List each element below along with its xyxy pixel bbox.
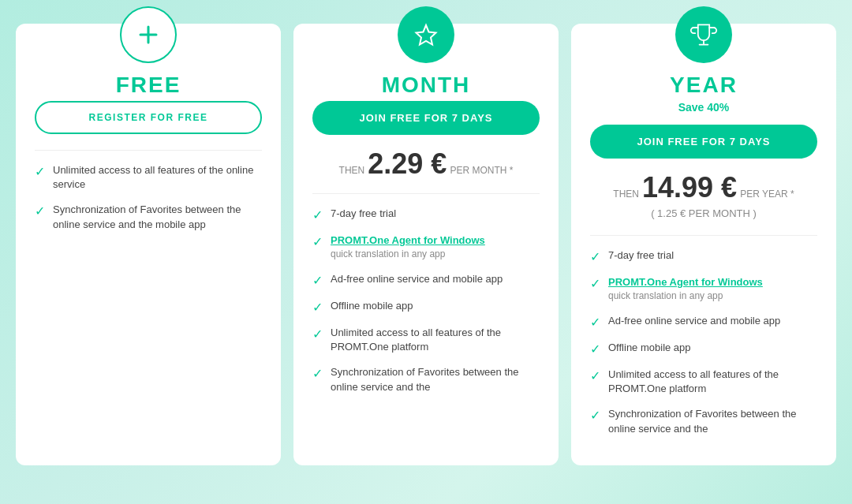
list-item: ✓Synchronization of Favorites between th… [312, 365, 540, 394]
plan-card-year: YEARSave 40%JOIN FREE FOR 7 DAYSTHEN14.9… [571, 24, 836, 465]
year-icon-wrapper [590, 6, 817, 63]
year-price-amount: 14.99 € [642, 171, 737, 204]
checkmark-icon: ✓ [590, 368, 600, 383]
checkmark-icon: ✓ [312, 327, 323, 342]
list-item: ✓Synchronization of Favorites between th… [35, 203, 262, 231]
checkmark-icon: ✓ [312, 207, 323, 222]
feature-text: Synchronization of Favorites between the… [331, 365, 540, 394]
star-icon [398, 6, 454, 63]
list-item: ✓Unlimited access to all features of the… [312, 326, 540, 354]
feature-text: Synchronization of Favorites between the… [53, 203, 262, 231]
list-item: ✓7-day free trial [312, 207, 540, 222]
month-features-list: ✓7-day free trial✓PROMT.One Agent for Wi… [312, 207, 540, 394]
year-price-then: THEN [613, 189, 639, 200]
month-price-row: THEN2.29 €PER MONTH * [312, 147, 540, 181]
feature-sub-text: quick translation in any app [331, 248, 485, 261]
checkmark-icon: ✓ [312, 273, 323, 288]
list-item: ✓PROMT.One Agent for Windowsquick transl… [590, 275, 817, 303]
list-item: ✓Unlimited access to all features of the… [35, 163, 262, 192]
year-save-label: Save 40% [590, 101, 817, 114]
checkmark-icon: ✓ [590, 276, 600, 291]
feature-text: Ad-free online service and mobile app [608, 314, 780, 328]
feature-text: 7-day free trial [608, 248, 674, 263]
plus-icon [120, 6, 177, 63]
checkmark-icon: ✓ [312, 300, 323, 315]
trophy-icon [675, 6, 732, 63]
feature-text: Offline mobile app [331, 299, 413, 313]
checkmark-icon: ✓ [590, 408, 600, 423]
feature-text: PROMT.One Agent for Windowsquick transla… [608, 275, 763, 303]
feature-text: Unlimited access to all features of the … [331, 326, 540, 354]
month-price-amount: 2.29 € [368, 147, 447, 181]
feature-text: Unlimited access to all features of the … [53, 163, 262, 192]
year-price-row: THEN14.99 €PER YEAR * [590, 171, 817, 204]
feature-sub-text: quick translation in any app [608, 289, 763, 303]
svg-marker-2 [417, 25, 436, 45]
checkmark-icon: ✓ [312, 366, 323, 381]
checkmark-icon: ✓ [590, 249, 600, 264]
month-title: MONTH [312, 73, 540, 98]
feature-text: 7-day free trial [331, 207, 396, 221]
checkmark-icon: ✓ [590, 315, 600, 330]
free-icon-wrapper [35, 6, 262, 63]
list-item: ✓PROMT.One Agent for Windowsquick transl… [312, 233, 540, 261]
month-icon-wrapper [312, 6, 540, 63]
month-cta-button[interactable]: JOIN FREE FOR 7 DAYS [312, 101, 540, 135]
year-title: YEAR [590, 73, 817, 98]
feature-text: Ad-free online service and mobile app [331, 272, 503, 286]
checkmark-icon: ✓ [590, 342, 600, 357]
list-item: ✓Ad-free online service and mobile app [590, 314, 817, 330]
plan-card-month: MONTHJOIN FREE FOR 7 DAYSTHEN2.29 €PER M… [293, 24, 559, 465]
year-features-list: ✓7-day free trial✓PROMT.One Agent for Wi… [590, 248, 817, 436]
checkmark-icon: ✓ [312, 234, 323, 249]
list-item: ✓Synchronization of Favorites between th… [590, 407, 817, 435]
plan-card-free: FREEREGISTER FOR FREE✓Unlimited access t… [16, 24, 281, 465]
feature-link[interactable]: PROMT.One Agent for Windows [608, 276, 763, 288]
list-item: ✓Unlimited access to all features of the… [590, 368, 817, 396]
list-item: ✓Ad-free online service and mobile app [312, 272, 540, 288]
feature-text: Offline mobile app [608, 341, 691, 355]
year-price-period: PER YEAR * [740, 189, 794, 200]
year-price-sub: ( 1.25 € PER MONTH ) [590, 207, 817, 219]
free-features-list: ✓Unlimited access to all features of the… [35, 163, 262, 232]
feature-text: Unlimited access to all features of the … [608, 368, 817, 396]
feature-text: PROMT.One Agent for Windowsquick transla… [331, 233, 485, 261]
checkmark-icon: ✓ [35, 203, 45, 218]
month-price-period: PER MONTH * [450, 165, 513, 176]
feature-link[interactable]: PROMT.One Agent for Windows [331, 234, 485, 246]
list-item: ✓Offline mobile app [312, 299, 540, 315]
feature-text: Synchronization of Favorites between the… [608, 407, 817, 435]
free-cta-button[interactable]: REGISTER FOR FREE [35, 101, 262, 134]
month-price-then: THEN [339, 165, 365, 176]
free-title: FREE [35, 73, 262, 98]
checkmark-icon: ✓ [35, 164, 45, 179]
list-item: ✓Offline mobile app [590, 341, 817, 357]
list-item: ✓7-day free trial [590, 248, 817, 264]
year-cta-button[interactable]: JOIN FREE FOR 7 DAYS [590, 125, 817, 159]
plans-container: FREEREGISTER FOR FREE✓Unlimited access t… [16, 24, 836, 465]
